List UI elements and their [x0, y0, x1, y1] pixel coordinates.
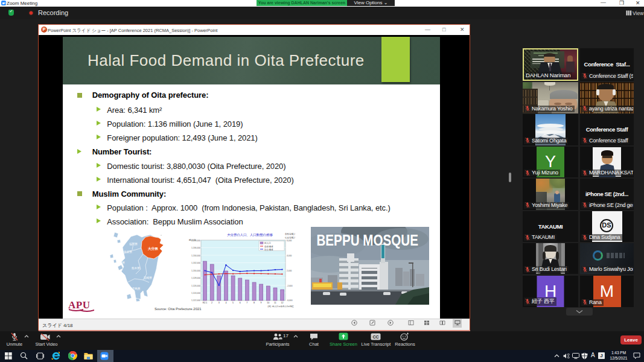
svg-text:BEPPU MOSQUE: BEPPU MOSQUE: [316, 231, 418, 249]
svg-text:1,134,000: 1,134,000: [191, 255, 200, 257]
svg-text:1,122,000: 1,122,000: [191, 299, 200, 302]
svg-text:1,124,000: 1,124,000: [191, 292, 200, 294]
svg-text:1,132,000: 1,132,000: [191, 262, 200, 264]
svg-text:1,128,000: 1,128,000: [191, 277, 200, 279]
svg-text:-6,000: -6,000: [287, 299, 293, 302]
svg-text:社会増減: 社会増減: [264, 248, 273, 251]
svg-text:3: 3: [218, 302, 220, 304]
svg-text:R2.1: R2.1: [203, 302, 208, 304]
svg-text:4,000: 4,000: [287, 255, 292, 257]
svg-text:1,130,000: 1,130,000: [191, 270, 200, 272]
svg-text:10: 10: [267, 302, 269, 304]
svg-text:社会増減(人): 社会増減(人): [285, 237, 295, 239]
svg-text:APU: APU: [68, 299, 90, 311]
svg-text:6: 6: [240, 302, 241, 304]
svg-text:9: 9: [261, 302, 262, 304]
svg-text:自然増減: 自然増減: [264, 245, 273, 248]
svg-text:5: 5: [232, 302, 234, 304]
svg-text:総人口: 総人口: [264, 242, 271, 244]
svg-text:12: 12: [281, 302, 284, 304]
svg-text:大分県の人口、人口動態の推移: 大分県の人口、人口動態の推移: [227, 233, 273, 237]
svg-text:6,000: 6,000: [287, 240, 292, 242]
svg-text:熊本県: 熊本県: [132, 267, 140, 270]
svg-text:1,136,000: 1,136,000: [191, 247, 200, 249]
svg-text:8: 8: [253, 302, 255, 304]
svg-text:(月) 総人口は各月の1日現在: (月) 総人口は各月の1日現在: [268, 305, 295, 308]
svg-text:2,000: 2,000: [287, 270, 292, 272]
svg-text:4: 4: [225, 302, 226, 304]
svg-text:7: 7: [246, 302, 247, 304]
svg-text:11: 11: [274, 302, 276, 304]
svg-text:2: 2: [211, 302, 212, 304]
svg-text:1,126,000: 1,126,000: [191, 285, 200, 287]
svg-text:CC: CC: [372, 335, 378, 339]
svg-text:長崎県: 長崎県: [116, 261, 125, 264]
svg-text:大分県: 大分県: [147, 247, 158, 251]
svg-text:佐賀県: 佐賀県: [123, 250, 132, 253]
svg-text:自然増減(人): 自然増減(人): [285, 233, 295, 235]
svg-text:1,138,000: 1,138,000: [191, 240, 200, 242]
svg-text:-2,000: -2,000: [287, 285, 293, 287]
